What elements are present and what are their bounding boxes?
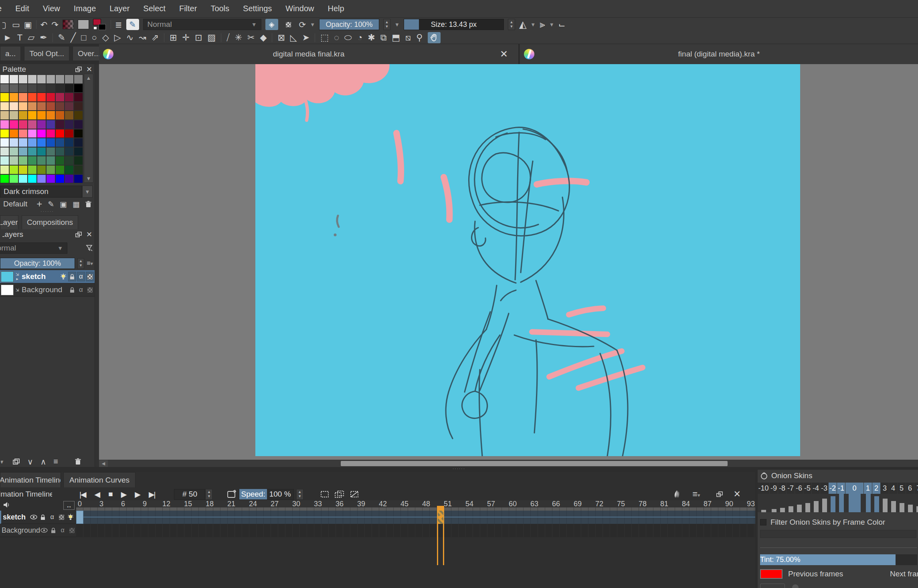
docker-tab-0[interactable]: a... — [0, 46, 21, 61]
polygon-tool-icon[interactable]: ◇ — [102, 33, 109, 42]
palette-swatch[interactable] — [28, 120, 37, 129]
palette-swatch[interactable] — [74, 138, 83, 147]
palette-swatch[interactable] — [65, 156, 74, 165]
palette-swatch[interactable] — [55, 174, 65, 184]
palette-swatch[interactable] — [0, 174, 9, 184]
palette-swatch[interactable] — [55, 165, 65, 174]
tab-layers[interactable]: Layers — [0, 215, 18, 229]
close-tab-icon[interactable]: ✕ — [500, 48, 508, 60]
layer-visibility-icon[interactable] — [30, 512, 38, 522]
add-swatch-icon[interactable]: + — [36, 198, 42, 210]
palette-swatch[interactable] — [65, 84, 74, 93]
palette-swatch[interactable] — [37, 111, 46, 120]
opacity-slider[interactable]: Opacity: 100% — [319, 19, 379, 30]
palette-swatch[interactable] — [74, 165, 83, 174]
onion-offset-6[interactable]: 6 — [906, 483, 914, 494]
enclose-fill-tool-icon[interactable]: ⊠ — [277, 33, 285, 42]
palette-swatch[interactable] — [65, 129, 74, 138]
palette-swatch[interactable] — [18, 147, 28, 156]
palette-swatch[interactable] — [18, 174, 28, 184]
palette-swatch[interactable] — [46, 93, 55, 102]
tab-animation-timeline[interactable]: Animation Timeline — [0, 472, 61, 487]
palette-swatch[interactable] — [37, 120, 46, 129]
freehand-brush-tool-icon[interactable]: ✎ — [58, 33, 65, 42]
palette-swatch[interactable] — [65, 138, 74, 147]
float-docker-icon[interactable] — [75, 232, 82, 238]
palette-swatch[interactable] — [55, 111, 65, 120]
move-layer-up-icon[interactable]: ∧ — [40, 457, 47, 467]
play-button[interactable]: ▶ — [121, 490, 126, 499]
palette-swatch[interactable] — [0, 120, 9, 129]
onion-skins-icon[interactable] — [672, 489, 682, 499]
onion-opacity-bar[interactable] — [789, 506, 793, 512]
scrollbar-thumb[interactable] — [341, 461, 728, 466]
palette-swatch[interactable] — [28, 84, 37, 93]
onion-opacity-bar[interactable] — [780, 508, 785, 512]
mirror-horizontal-icon[interactable]: ◭ — [519, 20, 526, 29]
menu-item-window[interactable]: Window — [285, 4, 314, 13]
palette-swatch[interactable] — [18, 129, 28, 138]
timeline-row-sketch[interactable]: sketch α — [0, 511, 755, 524]
palette-swatch[interactable] — [28, 174, 37, 184]
timeline-menu-icon[interactable]: ≡▾ — [692, 489, 700, 499]
palette-swatch[interactable] — [74, 120, 83, 129]
current-frame-spinbox[interactable]: # 50 ▲▼ — [174, 489, 212, 500]
palette-swatch[interactable] — [37, 84, 46, 93]
onion-opacity-bar[interactable] — [874, 496, 879, 512]
palette-swatch[interactable] — [0, 138, 9, 147]
onion-offset-7[interactable]: 7 — [914, 483, 918, 494]
onion-offset--10[interactable]: -10 — [758, 483, 770, 494]
add-layer-caret[interactable]: ▼ — [1, 458, 6, 465]
onion-opacity-bar[interactable] — [772, 509, 776, 512]
transform-tool-icon[interactable]: ⊞ — [170, 33, 177, 42]
onion-opacity-bar[interactable] — [891, 501, 896, 512]
layer-inherit-alpha-icon[interactable] — [86, 272, 94, 281]
bezier-select-tool-icon[interactable]: ⬒ — [392, 33, 400, 42]
polyline-tool-icon[interactable]: ▷ — [114, 33, 121, 42]
palette-swatch[interactable] — [74, 111, 83, 120]
close-docker-icon[interactable]: ✕ — [86, 65, 92, 74]
assistants-tool-icon[interactable]: ➤ — [302, 33, 309, 42]
keyframe[interactable] — [76, 511, 83, 524]
onion-opacity-bar[interactable] — [761, 510, 766, 512]
layer-visibility-icon[interactable] — [40, 525, 48, 535]
palette-swatch[interactable] — [28, 129, 37, 138]
palette-swatch[interactable] — [74, 147, 83, 156]
layer-name[interactable]: sketch — [22, 272, 46, 281]
palette-grid-icon[interactable]: ▦ — [73, 200, 80, 209]
palette-swatch[interactable] — [18, 165, 28, 174]
palette-swatch[interactable] — [0, 111, 9, 120]
layer-opacity-slider[interactable]: Opacity: 100% — [0, 258, 75, 269]
brush-size-slider[interactable]: Size: 13.43 px — [404, 19, 504, 30]
color-sampler-tool-icon[interactable]: ⧸ — [226, 33, 229, 42]
gradient-swatch[interactable] — [63, 20, 74, 29]
palette-swatch[interactable] — [37, 129, 46, 138]
rect-select-tool-icon[interactable]: ⬚ — [320, 33, 329, 42]
palette-swatch[interactable] — [74, 84, 83, 93]
redo-icon[interactable]: ↷ — [51, 20, 59, 29]
canvas[interactable] — [255, 64, 800, 456]
dynamic-brush-tool-icon[interactable]: ⇗ — [152, 33, 159, 42]
bezier-curve-tool-icon[interactable]: ∿ — [126, 33, 133, 42]
filter-layers-icon[interactable] — [86, 244, 93, 252]
canvas-horizontal-scrollbar[interactable]: ◀ — [99, 460, 918, 467]
palette-swatch[interactable] — [65, 165, 74, 174]
duplicate-layer-icon[interactable] — [13, 459, 20, 465]
menu-item-layer[interactable]: Layer — [109, 4, 129, 13]
palette-swatch[interactable] — [37, 156, 46, 165]
speed-spinbox[interactable]: Speed: 100 % — [239, 489, 293, 500]
crop-tool-icon[interactable]: ⊡ — [195, 33, 202, 42]
onion-offset--4[interactable]: -4 — [812, 483, 820, 494]
select-shapes-tool-icon[interactable]: ► — [3, 33, 12, 42]
onion-offset--8[interactable]: -8 — [778, 483, 787, 494]
ellipse-select-tool-icon[interactable]: ◌ — [334, 33, 339, 42]
palette-swatch[interactable] — [65, 93, 74, 102]
document-tab-1[interactable]: digital media final.kra ✕ — [99, 44, 519, 64]
timeline-layer-name[interactable]: sketch — [1, 513, 26, 521]
scroll-down-icon[interactable]: ▼ — [86, 176, 91, 182]
lock-docker-icon[interactable] — [760, 472, 768, 480]
gradient-tool-icon[interactable]: ▨ — [207, 33, 216, 42]
layer-visibility-icon[interactable] — [59, 272, 67, 281]
onion-opacity-bar[interactable] — [797, 505, 802, 512]
palette-swatch[interactable] — [37, 93, 46, 102]
